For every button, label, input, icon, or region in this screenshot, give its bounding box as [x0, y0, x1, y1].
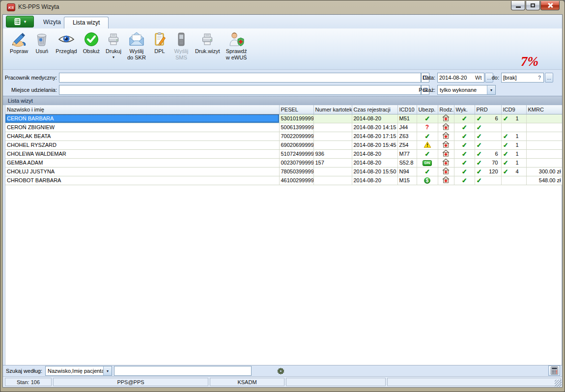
cell-patient-name[interactable]: CHOŁUJ JUSTYNA [5, 167, 279, 176]
toolbar-button-drukuj[interactable]: Drukuj▾ [103, 30, 124, 60]
cell-rodz[interactable] [438, 140, 454, 149]
dropdown-arrow-icon[interactable]: ▾ [103, 366, 112, 375]
column-header-rodz[interactable]: Rodz. [438, 105, 454, 114]
toolbar-button-druk-wizyt[interactable]: Druk.wizyt [192, 30, 223, 56]
cell-prd[interactable]: ✓ [475, 132, 501, 140]
cell-pesel[interactable]: 50061399999 [279, 123, 313, 132]
cell-kmrc[interactable]: 300.00 zł [526, 167, 563, 176]
toolbar-button-sprawdz-ewus[interactable]: Sprawdźw eWUŚ [223, 30, 250, 62]
cell-pesel[interactable]: 69020699999 [279, 140, 313, 149]
do-help-button[interactable]: ? [536, 73, 543, 83]
cell-rodz[interactable] [438, 132, 454, 140]
cell-icd10[interactable]: J44 [397, 123, 417, 132]
cell-pesel[interactable]: 53010199999 [279, 114, 313, 123]
column-header-name[interactable]: Nazwisko i imię [5, 105, 279, 114]
cell-kmrc[interactable] [526, 158, 563, 167]
cell-icd9[interactable]: ✓1 [501, 114, 526, 123]
cell-prd[interactable]: ✓6 [475, 114, 501, 123]
minimize-button[interactable] [511, 1, 525, 10]
cell-ubezp[interactable]: $ [417, 176, 438, 185]
cell-wyk[interactable]: ✓ [454, 114, 475, 123]
cell-icd9[interactable]: ✓1 [501, 149, 526, 158]
cell-czas-rejestracji[interactable]: 2014-08-20 [352, 158, 397, 167]
cell-kartoteka[interactable] [313, 123, 352, 132]
cell-icd10[interactable]: N94 [397, 167, 417, 176]
cell-icd9[interactable] [501, 123, 526, 132]
cell-wyk[interactable]: ✓ [454, 123, 475, 132]
title-bar[interactable]: KS KS-PPS Wizyta [0, 0, 565, 14]
cell-patient-name[interactable]: CEROŃ ZBIGNIEW [5, 123, 279, 132]
cell-icd9[interactable] [501, 176, 526, 185]
cell-pesel[interactable]: 46100299999 [279, 176, 313, 185]
cell-icd10[interactable]: S52.8 [397, 158, 417, 167]
cell-wyk[interactable]: ✓ [454, 167, 475, 176]
cell-patient-name[interactable]: CHROBOT BARBARA [5, 176, 279, 185]
cell-kartoteka[interactable] [313, 176, 352, 185]
maximize-button[interactable] [526, 1, 540, 10]
cell-kartoteka[interactable] [313, 114, 352, 123]
search-options-button[interactable] [276, 366, 285, 375]
cell-patient-name[interactable]: CHARLAK BEATA [5, 132, 279, 140]
tab-lista-wizyt[interactable]: Lista wizyt [64, 17, 109, 28]
cell-prd[interactable]: ✓ [475, 140, 501, 149]
cell-icd10[interactable]: M77 [397, 149, 417, 158]
cell-czas-rejestracji[interactable]: 2014-08-20 [352, 176, 397, 185]
cell-icd9[interactable]: ✓1 [501, 132, 526, 140]
cell-kartoteka[interactable] [313, 140, 352, 149]
calculator-button[interactable] [548, 365, 560, 376]
search-field-select[interactable]: Nazwisko,Imię pacjenta ▾ [45, 366, 112, 376]
cell-icd9[interactable]: ✓1 [501, 140, 526, 149]
cell-icd10[interactable]: Z54 [397, 140, 417, 149]
cell-icd10[interactable]: M51 [397, 114, 417, 123]
dropdown-arrow-icon[interactable]: ▾ [487, 85, 495, 94]
cell-ubezp[interactable]: ✓ [417, 132, 438, 140]
column-header-prd[interactable]: PRD [475, 105, 501, 114]
cell-icd10[interactable]: M15 [397, 176, 417, 185]
cell-ubezp[interactable]: ✓ [417, 149, 438, 158]
cell-pesel[interactable]: 78050399999 [279, 167, 313, 176]
resize-grip[interactable] [555, 380, 562, 387]
cell-pesel[interactable]: 70022099999 [279, 132, 313, 140]
cell-rodz[interactable] [438, 158, 454, 167]
cell-wyk[interactable]: ✓ [454, 176, 475, 185]
close-button[interactable] [540, 1, 560, 10]
cell-kmrc[interactable] [526, 140, 563, 149]
cell-kartoteka[interactable] [313, 167, 352, 176]
search-input[interactable] [114, 366, 252, 376]
cell-wyk[interactable]: ✓ [454, 149, 475, 158]
toolbar-button-wyslij-do-skr[interactable]: Wyślijdo SKR [124, 30, 149, 62]
cell-kmrc[interactable] [526, 114, 563, 123]
cell-prd[interactable]: ✓6 [475, 149, 501, 158]
column-header-kartoteka[interactable]: Numer kartoteki [313, 105, 352, 114]
cell-pesel[interactable]: 00230799999 [279, 158, 313, 167]
toolbar-button-obsluz[interactable]: Obsłuż [80, 30, 103, 56]
cell-wyk[interactable]: ✓ [454, 158, 475, 167]
cell-icd10[interactable]: Z63 [397, 132, 417, 140]
cell-kartoteka[interactable]: 936 [313, 149, 352, 158]
cell-prd[interactable]: ✓120 [475, 167, 501, 176]
main-menu-button[interactable]: ▾ [6, 16, 34, 28]
cell-patient-name[interactable]: CHOHEL RYSZARD [5, 140, 279, 149]
cell-rodz[interactable] [438, 176, 454, 185]
cell-patient-name[interactable]: CHOLEWA WALDEMAR [5, 149, 279, 158]
pokaz-select[interactable]: tylko wykonane ▾ [437, 85, 496, 95]
toolbar-button-usun[interactable]: Usuń [31, 30, 53, 56]
toolbar-button-dpl[interactable]: DPL [149, 30, 170, 56]
pracownik-input[interactable] [59, 73, 421, 83]
cell-patient-name[interactable]: CEROŃ BARBARA [5, 114, 279, 123]
toolbar-button-przeglad[interactable]: Przegląd [53, 30, 80, 56]
cell-icd9[interactable]: ✓4 [501, 167, 526, 176]
cell-ubezp[interactable]: DN [417, 158, 438, 167]
cell-prd[interactable]: ✓70 [475, 158, 501, 167]
cell-czas-rejestracji[interactable]: 2014-08-20 15:50 [352, 167, 397, 176]
cell-ubezp[interactable] [417, 140, 438, 149]
cell-patient-name[interactable]: GEMBA ADAM [5, 158, 279, 167]
cell-czas-rejestracji[interactable]: 2014-08-20 17:15 [352, 132, 397, 140]
cell-kmrc[interactable] [526, 132, 563, 140]
miejsce-input[interactable] [59, 85, 421, 95]
column-header-icd9[interactable]: ICD9 [501, 105, 526, 114]
column-header-ubezp[interactable]: Ubezp. [417, 105, 438, 114]
cell-czas-rejestracji[interactable]: 2014-08-20 15:45 [352, 140, 397, 149]
column-header-czas[interactable]: Czas rejestracji [352, 105, 397, 114]
cell-kartoteka[interactable]: 157 [313, 158, 352, 167]
